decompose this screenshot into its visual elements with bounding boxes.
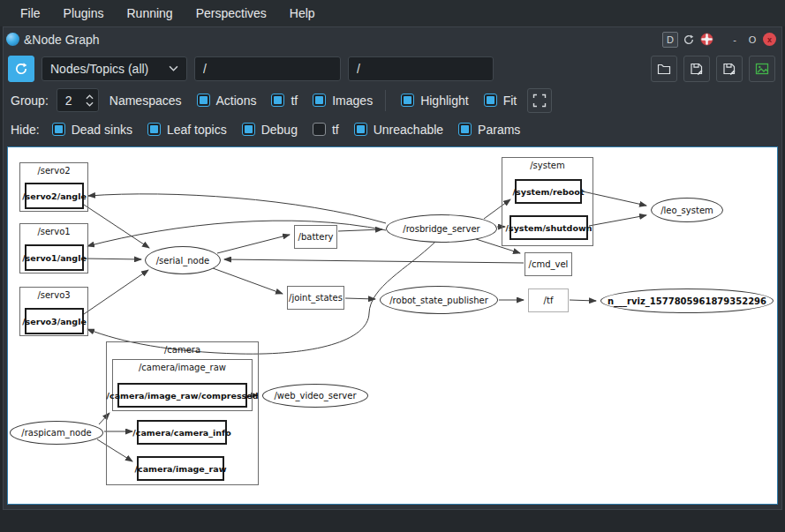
filter-input-2[interactable] — [348, 56, 494, 81]
separator — [385, 90, 386, 111]
group-value: 2 — [65, 94, 72, 108]
cluster-label: /camera — [107, 345, 258, 355]
menu-help[interactable]: Help — [278, 6, 327, 20]
dock-title: &Node Graph — [24, 33, 100, 47]
edge-jointstates-rsp — [345, 298, 375, 299]
options-row: Group: 2 Namespaces Actions tf Images — [4, 86, 781, 115]
checkbox-indicator — [147, 123, 161, 136]
group-label: Group: — [11, 94, 49, 108]
checkbox-params[interactable]: Params — [458, 123, 520, 137]
group-spinbox[interactable]: 2 — [57, 88, 99, 112]
namespaces-label: Namespaces — [109, 94, 182, 108]
edge-servo3angle-serial — [84, 270, 148, 314]
edge-tf-rviz — [570, 300, 596, 301]
checkbox-indicator — [484, 94, 497, 107]
checkbox-fit[interactable]: Fit — [484, 94, 517, 108]
cluster-label: /camera/image_raw — [113, 363, 252, 372]
topic-camera-compressed: /camera/image_raw/compressed — [117, 383, 247, 408]
checkbox-label: Images — [332, 94, 373, 108]
save-as-icon — [722, 62, 736, 76]
node-leo-system: /leo_system — [651, 198, 723, 222]
checkbox-label: Params — [478, 123, 520, 137]
cluster-label: /servo3 — [20, 290, 87, 300]
checkbox-indicator — [313, 123, 326, 136]
checkbox-indicator — [52, 123, 65, 136]
node-raspicam-node: /raspicam_node — [10, 421, 103, 445]
edge-serial-jointstates — [213, 268, 283, 294]
graph-type-combo[interactable]: Nodes/Topics (all) — [42, 56, 187, 81]
dock-help-button[interactable] — [699, 33, 713, 47]
checkbox-label: Leaf topics — [167, 123, 227, 137]
refresh-icon — [14, 62, 28, 76]
menu-file[interactable]: File — [9, 6, 52, 20]
checkbox-actions[interactable]: Actions — [197, 94, 257, 108]
node-web-video-server: /web_video_server — [262, 384, 368, 408]
dock-reload-button[interactable] — [682, 33, 696, 47]
node-rosbridge-server: /rosbridge_server — [386, 214, 497, 243]
edge-rosbridge-servo2angle — [88, 194, 386, 223]
node-graph-dock: &Node Graph D — [3, 26, 782, 510]
refresh-graph-button[interactable] — [8, 56, 34, 82]
menu-plugins[interactable]: Plugins — [52, 6, 116, 20]
checkbox-highlight[interactable]: Highlight — [401, 94, 468, 108]
checkbox-label: Actions — [216, 94, 257, 108]
plugin-sphere-icon — [6, 33, 19, 46]
image-icon — [755, 62, 769, 76]
edge-rosbridge-servo1angle — [87, 221, 386, 246]
checkbox-unreachable[interactable]: Unreachable — [354, 123, 443, 137]
minimize-button[interactable]: - — [728, 33, 742, 47]
fit-to-view-icon — [532, 94, 547, 108]
checkbox-label: Dead sinks — [72, 123, 132, 137]
fit-in-view-button[interactable] — [527, 88, 552, 113]
cluster-label: /servo1 — [20, 227, 87, 236]
life-ring-icon — [700, 33, 713, 46]
checkbox-label: tf — [332, 123, 339, 137]
topic-servo1-angle: /servo1/angle — [25, 244, 84, 271]
checkbox-tf-group[interactable]: tf — [271, 94, 298, 108]
save-dot-button[interactable] — [683, 56, 710, 82]
checkbox-hide-tf[interactable]: tf — [313, 123, 339, 137]
checkbox-leaf-topics[interactable]: Leaf topics — [147, 123, 227, 137]
close-button[interactable]: x — [763, 33, 776, 46]
menu-bar: File Plugins Running Perspectives Help — [0, 0, 785, 26]
menu-running[interactable]: Running — [115, 6, 184, 20]
topic-servo3-angle: /servo3/angle — [25, 308, 84, 334]
topic-camera-image-raw: /camera/image_raw — [137, 456, 224, 481]
checkbox-indicator — [271, 94, 284, 107]
edge-servo1angle-serial — [84, 259, 141, 259]
menu-perspectives[interactable]: Perspectives — [185, 6, 278, 20]
topic-system-shutdown: /system/shutdown — [509, 215, 588, 240]
node-serial-node: /serial_node — [145, 246, 221, 274]
checkbox-label: tf — [291, 94, 298, 108]
node-robot-state-publisher: /robot_state_publisher — [380, 286, 498, 314]
edge-cmdvel-serial — [224, 259, 524, 263]
filter-input-1[interactable] — [194, 56, 341, 81]
checkbox-label: Highlight — [420, 94, 468, 108]
topic-camera-info: /camera/camera_info — [137, 420, 227, 445]
checkbox-debug[interactable]: Debug — [242, 123, 298, 137]
topic-joint-states: /joint_states — [287, 286, 344, 310]
dock-detach-button[interactable]: D — [662, 32, 678, 48]
graph-canvas[interactable]: /servo2 /servo1 /servo3 /system /camera … — [7, 146, 778, 505]
combo-value: Nodes/Topics (all) — [50, 62, 169, 76]
edge-serial-battery — [217, 235, 290, 253]
cluster-label: /servo2 — [20, 166, 87, 176]
checkbox-dead-sinks[interactable]: Dead sinks — [52, 123, 132, 137]
checkbox-label: Debug — [261, 123, 298, 137]
graph-toolbar: Nodes/Topics (all) — [4, 52, 781, 85]
load-dot-button[interactable] — [651, 56, 677, 82]
save-svg-button[interactable] — [716, 56, 743, 82]
spinbox-arrows[interactable] — [86, 94, 98, 107]
folder-icon — [657, 62, 671, 76]
maximize-button[interactable]: O — [745, 33, 759, 47]
hide-row: Hide: Dead sinks Leaf topics Debug tf Un… — [4, 115, 781, 144]
save-image-button[interactable] — [749, 56, 775, 82]
topic-cmd-vel: /cmd_vel — [525, 252, 572, 276]
node-rviz: n___rviz_1577805961879352296 — [600, 288, 774, 313]
checkbox-indicator — [313, 94, 326, 107]
edge-shutdown-leo — [589, 215, 646, 226]
checkbox-images[interactable]: Images — [313, 94, 373, 108]
checkbox-indicator — [458, 123, 472, 136]
reload-icon — [683, 34, 695, 46]
dock-title-bar: &Node Graph D — [4, 27, 781, 51]
